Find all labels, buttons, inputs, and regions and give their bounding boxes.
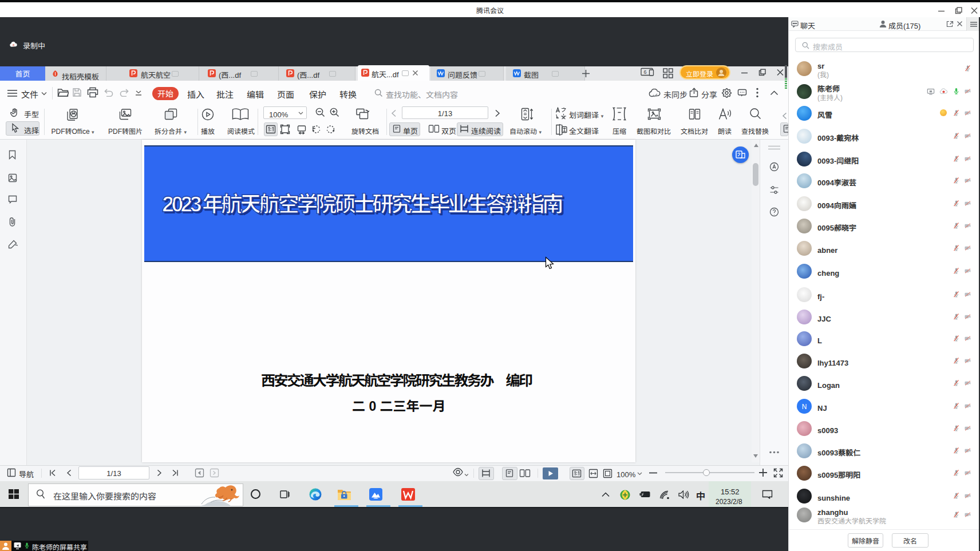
svg-text:6: 6 (643, 68, 646, 76)
